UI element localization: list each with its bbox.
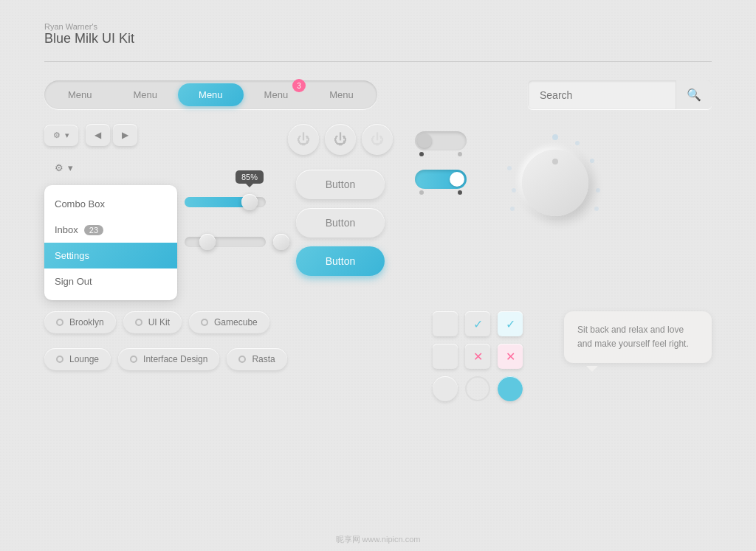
search-icon: 🔍 bbox=[687, 89, 701, 101]
power-icon-semi: ⏻ bbox=[334, 132, 347, 148]
power-button-semi[interactable]: ⏻ bbox=[325, 124, 356, 155]
radio-group-row2: Lounge Interface Design Rasta bbox=[44, 348, 396, 370]
range-slider-thumb-right[interactable] bbox=[273, 234, 289, 250]
slider-track[interactable] bbox=[185, 197, 266, 207]
toggle-thumb-on bbox=[450, 172, 464, 187]
radio-dot-interface-design bbox=[130, 356, 137, 363]
next-button[interactable]: ▶ bbox=[113, 124, 137, 146]
radio-label-uikit: UI Kit bbox=[148, 317, 170, 328]
slider-tooltip: 85% bbox=[236, 170, 264, 184]
radio-filled-blue[interactable] bbox=[498, 376, 523, 401]
toggle-dot-left-off bbox=[419, 152, 424, 156]
prev-button[interactable]: ◀ bbox=[86, 124, 110, 146]
checkbox-cross-pink-2[interactable]: ✕ bbox=[498, 344, 523, 369]
radio-dot-gamecube bbox=[201, 319, 208, 326]
slider-fill bbox=[185, 197, 250, 207]
gear-dropdown-button[interactable]: ⚙ ▾ bbox=[44, 125, 78, 146]
svg-point-5 bbox=[510, 207, 515, 211]
toggle-dots-off bbox=[415, 150, 467, 158]
svg-point-0 bbox=[552, 134, 558, 140]
svg-point-3 bbox=[507, 166, 512, 170]
dropdown-arrow: ▾ bbox=[65, 131, 69, 140]
button-3-active[interactable]: Button bbox=[296, 246, 385, 276]
inbox-badge: 23 bbox=[84, 225, 103, 235]
dropdown-gear-icon: ⚙ bbox=[55, 162, 63, 173]
radio-lounge[interactable]: Lounge bbox=[44, 348, 111, 370]
power-icon-on: ⏻ bbox=[371, 132, 384, 148]
search-box: 🔍 bbox=[528, 80, 712, 109]
dropdown-item-settings[interactable]: Settings bbox=[44, 243, 177, 268]
header-subtitle: Ryan Warner's bbox=[44, 22, 712, 31]
toggle-dot-right-off bbox=[458, 152, 462, 156]
dropdown-item-combobox[interactable]: Combo Box bbox=[44, 191, 177, 217]
nav-tabs: Menu Menu Menu Menu 3 Menu bbox=[44, 80, 377, 109]
gear-icon: ⚙ bbox=[53, 131, 61, 140]
search-button[interactable]: 🔍 bbox=[676, 80, 712, 109]
speech-bubble: Sit back and relax and love and make you… bbox=[564, 311, 712, 363]
radio-label-gamecube: Gamecube bbox=[214, 317, 258, 328]
power-button-on[interactable]: ⏻ bbox=[362, 124, 393, 155]
checkbox-empty-1[interactable] bbox=[433, 311, 458, 336]
svg-point-1 bbox=[575, 141, 580, 145]
knob[interactable] bbox=[522, 150, 588, 216]
nav-row: Menu Menu Menu Menu 3 Menu 🔍 bbox=[44, 80, 712, 109]
radio-uikit[interactable]: UI Kit bbox=[123, 311, 182, 333]
checkbox-cross-pink[interactable]: ✕ bbox=[465, 344, 490, 369]
range-slider-thumb-left[interactable] bbox=[199, 234, 216, 250]
power-buttons-group: ⏻ ⏻ ⏻ bbox=[288, 124, 393, 155]
progress-slider-container: 85% bbox=[185, 197, 266, 207]
range-slider-track[interactable] bbox=[185, 237, 266, 247]
radio-rasta[interactable]: Rasta bbox=[227, 348, 286, 370]
checkbox-empty-2[interactable] bbox=[433, 344, 458, 369]
dropdown-item-signout[interactable]: Sign Out bbox=[44, 268, 177, 294]
svg-point-7 bbox=[594, 207, 599, 211]
slider-thumb[interactable] bbox=[241, 194, 258, 210]
radio-interface-design[interactable]: Interface Design bbox=[118, 348, 219, 370]
radio-brooklyn[interactable]: Brooklyn bbox=[44, 311, 116, 333]
power-button-off[interactable]: ⏻ bbox=[288, 124, 319, 155]
toggle-switch-off[interactable] bbox=[415, 131, 467, 150]
dropdown-menu-container: ⚙ ▾ Combo Box Inbox 23 Settings Sign Out bbox=[44, 156, 177, 300]
toggle-switch-on[interactable] bbox=[415, 170, 467, 189]
tab-menu-1[interactable]: Menu bbox=[47, 83, 113, 106]
tab-menu-5[interactable]: Menu bbox=[309, 83, 374, 106]
checkboxes-grid: ✓ ✓ ✕ ✕ bbox=[433, 311, 527, 406]
radio-groups: Brooklyn UI Kit Gamecube Lounge bbox=[44, 311, 396, 378]
toggle-on-container bbox=[415, 170, 467, 196]
tab-menu-2[interactable]: Menu bbox=[113, 83, 179, 106]
button-2[interactable]: Button bbox=[296, 208, 385, 238]
tab-menu-4[interactable]: Menu 3 bbox=[244, 83, 309, 106]
dropdown-arrow-icon: ▾ bbox=[68, 162, 73, 173]
header-title: Blue Milk UI Kit bbox=[44, 31, 712, 46]
dropdown-item-inbox[interactable]: Inbox 23 bbox=[44, 217, 177, 243]
dropdown-menu: Combo Box Inbox 23 Settings Sign Out bbox=[44, 185, 177, 300]
radio-label-rasta: Rasta bbox=[252, 354, 275, 364]
button-1[interactable]: Button bbox=[296, 170, 385, 199]
watermark: 昵享网 www.nipicn.com bbox=[0, 534, 756, 545]
radio-dot-rasta bbox=[238, 356, 246, 363]
header: Ryan Warner's Blue Milk UI Kit bbox=[44, 22, 712, 46]
radio-label-brooklyn: Brooklyn bbox=[69, 317, 104, 328]
tab-menu-3[interactable]: Menu bbox=[178, 83, 244, 106]
speech-bubble-text: Sit back and relax and love and make you… bbox=[577, 325, 689, 349]
radio-empty[interactable] bbox=[433, 376, 458, 401]
checkbox-checked-blue[interactable]: ✓ bbox=[465, 311, 490, 336]
radio-dot-brooklyn bbox=[56, 319, 63, 326]
power-icon-off: ⏻ bbox=[297, 132, 310, 148]
radio-dot-uikit bbox=[135, 319, 142, 326]
toggle-thumb-off bbox=[417, 134, 432, 148]
buttons-section: Button Button Button bbox=[288, 170, 393, 276]
divider bbox=[44, 61, 712, 62]
toggle-dot-left-on bbox=[419, 190, 424, 195]
radio-dot-lounge bbox=[56, 356, 63, 363]
bottom-section: Brooklyn UI Kit Gamecube Lounge bbox=[44, 311, 712, 406]
toggle-dots-on bbox=[415, 189, 467, 196]
tab-badge: 3 bbox=[292, 79, 306, 92]
radio-gamecube[interactable]: Gamecube bbox=[189, 311, 269, 333]
toggle-dot-right-on bbox=[458, 190, 462, 195]
radio-outline[interactable] bbox=[465, 376, 490, 401]
checkbox-checked-blue-2[interactable]: ✓ bbox=[498, 311, 523, 336]
svg-point-2 bbox=[590, 159, 594, 163]
watermark-text: 昵享网 www.nipicn.com bbox=[336, 535, 421, 544]
search-input[interactable] bbox=[528, 82, 676, 108]
